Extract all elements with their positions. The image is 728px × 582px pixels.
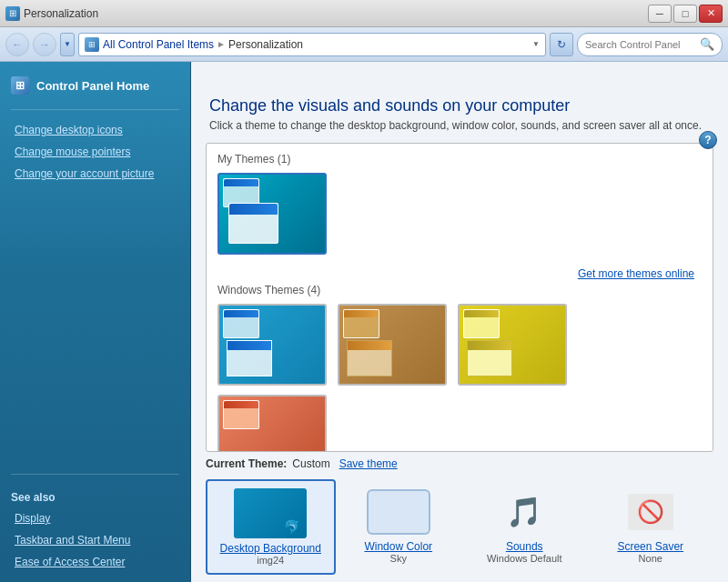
- sidebar-item-display[interactable]: Display: [0, 507, 190, 529]
- get-more-themes-link[interactable]: Get more themes online: [217, 264, 702, 284]
- sidebar-divider-2: [11, 474, 179, 475]
- minimize-button[interactable]: ─: [648, 5, 672, 23]
- theme-windows7[interactable]: [217, 304, 327, 386]
- sidebar-item-desktop-icons[interactable]: Change desktop icons: [0, 119, 190, 141]
- current-theme-bar: Current Theme: Custom Save theme: [191, 452, 728, 476]
- desktop-bg-icon-area: [234, 488, 307, 538]
- content-area: ? Change the visuals and sounds on your …: [191, 62, 728, 582]
- title-bar-controls: ─ □ ✕: [648, 5, 723, 23]
- current-theme-label: Current Theme:: [206, 457, 287, 470]
- theme-win4-title-bar: [224, 401, 258, 408]
- theme-win2-preview: [338, 304, 447, 386]
- forward-button[interactable]: →: [33, 33, 56, 56]
- theme-win3-preview: [458, 304, 567, 386]
- sidebar-item-account-picture[interactable]: Change your account picture: [0, 163, 190, 185]
- sounds-sublabel: Windows Default: [487, 553, 562, 564]
- search-box[interactable]: 🔍: [577, 33, 723, 56]
- breadcrumb: All Control Panel Items ► Personalizatio…: [103, 38, 303, 51]
- theme-custom[interactable]: [217, 173, 327, 255]
- crumb-personalization: Personalization: [228, 38, 303, 51]
- window-color-sublabel: Sky: [390, 553, 407, 564]
- address-box[interactable]: ⊞ All Control Panel Items ► Personalizat…: [78, 33, 546, 56]
- sounds-icon: 🎵: [506, 495, 542, 529]
- theme-win2-window: [347, 340, 392, 376]
- save-theme-link[interactable]: Save theme: [339, 457, 398, 470]
- title-bar-left: ⊞ Personalization: [5, 6, 98, 21]
- theme-window-title-bar: [224, 179, 258, 186]
- theme-win2-overlay: [343, 309, 379, 338]
- theme-win3-title-bar: [464, 310, 499, 317]
- current-theme-name: Custom: [292, 457, 329, 470]
- screen-saver-icon: 🚫: [628, 494, 673, 530]
- content-header: Change the visuals and sounds on your co…: [191, 84, 728, 137]
- window-title: Personalization: [24, 7, 98, 20]
- desktop-bg-icon: [234, 488, 307, 538]
- sidebar-item-mouse-pointers[interactable]: Change mouse pointers: [0, 141, 190, 163]
- theme-win4-preview: [217, 395, 327, 451]
- my-themes-label: My Themes (1): [217, 153, 702, 166]
- sounds-label[interactable]: Sounds: [506, 540, 543, 553]
- theme-win2-window-title: [348, 341, 391, 350]
- sidebar-item-taskbar[interactable]: Taskbar and Start Menu: [0, 529, 190, 551]
- tile-sounds[interactable]: 🎵 Sounds Windows Default: [461, 479, 588, 575]
- theme-win3-window-title: [468, 341, 511, 350]
- page-title: Change the visuals and sounds on your co…: [209, 96, 710, 115]
- windows-themes-row: [217, 304, 702, 386]
- window-icon: ⊞: [5, 6, 20, 21]
- search-icon[interactable]: 🔍: [700, 37, 714, 51]
- back-button[interactable]: ←: [5, 33, 29, 56]
- home-icon: ⊞: [11, 76, 29, 95]
- theme-win1-preview: [217, 304, 327, 386]
- search-input[interactable]: [585, 39, 694, 50]
- themes-scroll-area[interactable]: My Themes (1) Get more themes o: [207, 144, 713, 451]
- window-color-icon: [367, 489, 430, 535]
- help-button[interactable]: ?: [699, 131, 717, 149]
- desktop-bg-label[interactable]: Desktop Background: [220, 542, 321, 555]
- sidebar-item-ease-of-access[interactable]: Ease of Access Center: [0, 551, 190, 573]
- tile-window-color[interactable]: Window Color Sky: [336, 479, 462, 575]
- theme-win4-overlay: [223, 400, 259, 429]
- crumb-control-panel[interactable]: All Control Panel Items: [103, 38, 214, 51]
- address-bar: ← → ▼ ⊞ All Control Panel Items ► Person…: [0, 27, 728, 62]
- theme-characters[interactable]: [458, 304, 567, 386]
- see-also-title: See also: [0, 484, 190, 507]
- maximize-button[interactable]: □: [673, 5, 697, 23]
- theme-win1-window-title: [228, 341, 271, 350]
- screen-saver-sublabel: None: [639, 553, 662, 564]
- my-themes-row: [217, 173, 702, 255]
- sounds-icon-area: 🎵: [488, 487, 561, 537]
- screen-saver-icon-area: 🚫: [614, 487, 687, 537]
- recent-locations-button[interactable]: ▼: [60, 33, 75, 56]
- theme-architecture[interactable]: [338, 304, 447, 386]
- windows-themes-label: Windows Themes (4): [217, 284, 702, 296]
- theme-win2-title-bar: [344, 310, 379, 317]
- page-subtitle: Click a theme to change the desktop back…: [209, 119, 710, 132]
- address-dropdown-button[interactable]: ▼: [532, 40, 540, 48]
- windows-themes-row-2: [217, 395, 702, 451]
- theme-window-titlebar: [229, 204, 278, 215]
- sidebar-home-link[interactable]: ⊞ Control Panel Home: [0, 71, 190, 100]
- theme-win1-overlay: [223, 309, 259, 338]
- tile-desktop-background[interactable]: Desktop Background img24: [206, 479, 336, 575]
- screen-saver-label[interactable]: Screen Saver: [617, 540, 683, 553]
- title-bar: ⊞ Personalization ─ □ ✕: [0, 0, 728, 27]
- themes-panel: My Themes (1) Get more themes o: [206, 143, 713, 452]
- crumb-separator: ►: [217, 39, 226, 49]
- close-button[interactable]: ✕: [699, 5, 723, 23]
- theme-landscapes[interactable]: [217, 395, 327, 451]
- refresh-button[interactable]: ↻: [550, 33, 573, 56]
- sidebar: ⊞ Control Panel Home Change desktop icon…: [0, 62, 191, 582]
- main-layout: ⊞ Control Panel Home Change desktop icon…: [0, 62, 728, 582]
- window-color-label[interactable]: Window Color: [364, 540, 432, 553]
- theme-win3-overlay: [463, 309, 500, 338]
- desktop-bg-sublabel: img24: [257, 555, 284, 566]
- theme-win1-window: [227, 340, 272, 376]
- sidebar-home-label: Control Panel Home: [36, 79, 149, 93]
- theme-win1-title-bar: [224, 310, 258, 317]
- bottom-tiles: Desktop Background img24 Window Color Sk…: [191, 476, 728, 582]
- tile-screen-saver[interactable]: 🚫 Screen Saver None: [588, 479, 714, 575]
- sidebar-spacer: [0, 185, 190, 465]
- sidebar-divider-1: [11, 109, 179, 110]
- theme-custom-preview: [217, 173, 327, 255]
- theme-win3-window: [467, 340, 512, 376]
